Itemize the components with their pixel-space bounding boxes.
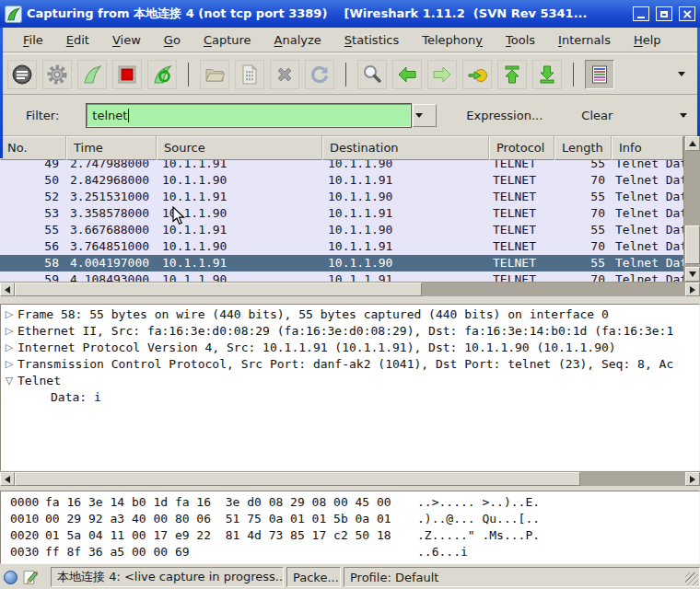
- go-forward-button[interactable]: [427, 60, 457, 89]
- column-header-time[interactable]: Time: [66, 136, 157, 160]
- detail-line[interactable]: ▷Ethernet II, Src: fa:16:3e:d0:08:29 (fa…: [1, 323, 699, 340]
- cell-proto: TELNET: [489, 189, 554, 205]
- hex-line[interactable]: 0030ff 8f 36 a5 00 00 69..6...i: [10, 544, 699, 560]
- detail-line[interactable]: ▷Internet Protocol Version 4, Src: 10.1.…: [1, 340, 699, 356]
- maximize-button[interactable]: [656, 6, 672, 21]
- cell-proto: TELNET: [489, 255, 554, 271]
- horizontal-scrollbar-thumb[interactable]: [15, 283, 422, 296]
- menu-item-telephony[interactable]: Telephony: [413, 30, 492, 50]
- capture-options-button[interactable]: [42, 60, 72, 89]
- detail-line[interactable]: ▽Telnet: [1, 373, 699, 389]
- cell-time: 2.747988000: [66, 160, 157, 172]
- packet-row-55[interactable]: 553.66768800010.1.1.9110.1.1.90TELNET55T…: [0, 222, 683, 238]
- detail-line[interactable]: ▷Frame 58: 55 bytes on wire (440 bits), …: [1, 306, 699, 323]
- detail-horizontal-scrollbar[interactable]: [0, 471, 700, 486]
- column-header-info[interactable]: Info: [612, 136, 683, 160]
- go-to-last-packet-icon: [536, 64, 558, 86]
- horizontal-scrollbar-thumb[interactable]: [15, 472, 580, 486]
- restart-capture-button[interactable]: [147, 60, 177, 89]
- go-to-first-packet-button[interactable]: [497, 60, 527, 89]
- scroll-left-button[interactable]: [0, 472, 15, 486]
- packet-list-vertical-scrollbar[interactable]: [683, 136, 700, 282]
- packet-row-50[interactable]: 502.84296800010.1.1.9010.1.1.91TELNET70T…: [0, 172, 683, 189]
- menu-item-go[interactable]: Go: [155, 30, 190, 50]
- hex-line[interactable]: 002001 5a 04 11 00 17 e9 22 81 4d 73 85 …: [10, 527, 699, 544]
- hex-line[interactable]: 001000 29 92 a3 40 00 80 06 51 75 0a 01 …: [10, 511, 699, 527]
- expression-button[interactable]: Expression...: [466, 109, 542, 122]
- packet-list-horizontal-scrollbar[interactable]: [0, 282, 700, 296]
- detail-line[interactable]: Data: i: [1, 389, 699, 406]
- cell-src: 10.1.1.90: [157, 172, 322, 189]
- menu-item-internals[interactable]: Internals: [549, 30, 620, 50]
- filter-dropdown-button[interactable]: [413, 104, 437, 127]
- menu-item-capture[interactable]: Capture: [194, 30, 261, 50]
- collapsed-expander-icon[interactable]: ▷: [1, 306, 18, 323]
- column-header-protocol[interactable]: Protocol: [489, 136, 554, 160]
- menu-item-file[interactable]: File: [14, 30, 52, 50]
- collapsed-expander-icon[interactable]: ▷: [1, 323, 18, 340]
- hex-offset: 0020: [10, 527, 45, 544]
- minimize-icon: [637, 17, 645, 18]
- scroll-right-button[interactable]: [685, 283, 700, 296]
- find-packet-button[interactable]: [357, 60, 387, 89]
- packet-row-52[interactable]: 523.25153100010.1.1.9110.1.1.90TELNET55T…: [0, 189, 683, 205]
- filter-label-button[interactable]: Filter:: [26, 109, 59, 122]
- capture-comment-icon[interactable]: [23, 570, 39, 585]
- cell-src: 10.1.1.91: [157, 255, 322, 271]
- go-to-last-packet-button[interactable]: [532, 60, 562, 89]
- close-capture-file-icon: [274, 64, 296, 86]
- menu-item-view[interactable]: View: [103, 30, 150, 50]
- menu-item-tools[interactable]: Tools: [496, 30, 544, 50]
- list-interfaces-icon: [11, 64, 33, 86]
- column-header-length[interactable]: Length: [554, 136, 612, 160]
- scroll-right-button[interactable]: [685, 472, 700, 486]
- go-back-button[interactable]: [392, 60, 422, 89]
- cell-no: 55: [0, 222, 66, 238]
- stop-capture-button[interactable]: [112, 60, 142, 89]
- collapsed-expander-icon[interactable]: ▷: [1, 340, 18, 356]
- cell-dst: 10.1.1.91: [322, 238, 489, 255]
- cell-time: 3.358578000: [66, 205, 157, 222]
- vertical-scrollbar-thumb[interactable]: [685, 225, 700, 264]
- cell-len: 55: [554, 189, 612, 205]
- menu-item-statistics[interactable]: Statistics: [335, 30, 408, 50]
- toolbar-overflow-button[interactable]: [678, 72, 685, 76]
- detail-line[interactable]: ▷Transmission Control Protocol, Src Port…: [1, 356, 699, 373]
- collapsed-expander-icon[interactable]: ▷: [1, 356, 18, 373]
- colorize-packet-list-button[interactable]: [585, 60, 614, 89]
- expert-info-icon[interactable]: [4, 571, 18, 584]
- expanded-expander-icon[interactable]: ▽: [1, 373, 18, 389]
- packet-row-58[interactable]: 584.00419700010.1.1.9110.1.1.90TELNET55T…: [0, 255, 683, 271]
- start-capture-button[interactable]: [77, 60, 107, 89]
- packet-row-59[interactable]: 594.10849300010.1.1.9010.1.1.91TELNET70T…: [0, 271, 683, 282]
- menu-item-help[interactable]: Help: [624, 30, 671, 50]
- scroll-up-button[interactable]: [685, 136, 700, 151]
- scroll-down-button[interactable]: [685, 267, 700, 282]
- chevron-down-icon: [415, 113, 423, 118]
- hex-line[interactable]: 0000fa 16 3e 14 b0 1d fa 16 3e d0 08 29 …: [10, 494, 699, 511]
- packet-row-49[interactable]: 492.74798800010.1.1.9110.1.1.90TELNET55T…: [0, 160, 683, 172]
- hex-bytes: 00 29 92 a3 40 00 80 06 51 75 0a 01 01 5…: [45, 511, 393, 527]
- column-header-destination[interactable]: Destination: [322, 136, 489, 160]
- cell-len: 55: [554, 160, 612, 172]
- filter-input[interactable]: telnet: [87, 104, 411, 127]
- column-header-source[interactable]: Source: [157, 136, 322, 160]
- cell-time: 4.004197000: [66, 255, 157, 271]
- filter-overflow-button[interactable]: [680, 113, 687, 118]
- close-button[interactable]: ×: [679, 6, 695, 21]
- packet-row-53[interactable]: 533.35857800010.1.1.9010.1.1.91TELNET70T…: [0, 205, 683, 222]
- minimize-button[interactable]: [633, 6, 649, 21]
- packet-list-header: No.TimeSourceDestinationProtocolLengthIn…: [0, 136, 683, 160]
- menu-item-edit[interactable]: Edit: [57, 30, 99, 50]
- menu-item-analyze[interactable]: Analyze: [265, 30, 331, 50]
- hex-offset: 0030: [10, 544, 45, 560]
- clear-button[interactable]: Clear: [581, 109, 612, 122]
- cell-dst: 10.1.1.91: [322, 172, 489, 189]
- resize-grip[interactable]: [685, 572, 698, 585]
- scroll-left-button[interactable]: [0, 283, 15, 296]
- packet-row-56[interactable]: 563.76485100010.1.1.9010.1.1.91TELNET70T…: [0, 238, 683, 255]
- column-header-no[interactable]: No.: [0, 136, 66, 160]
- list-interfaces-button[interactable]: [7, 60, 37, 89]
- go-to-packet-button[interactable]: [462, 60, 492, 89]
- hex-bytes: fa 16 3e 14 b0 1d fa 16 3e d0 08 29 08 0…: [45, 494, 393, 511]
